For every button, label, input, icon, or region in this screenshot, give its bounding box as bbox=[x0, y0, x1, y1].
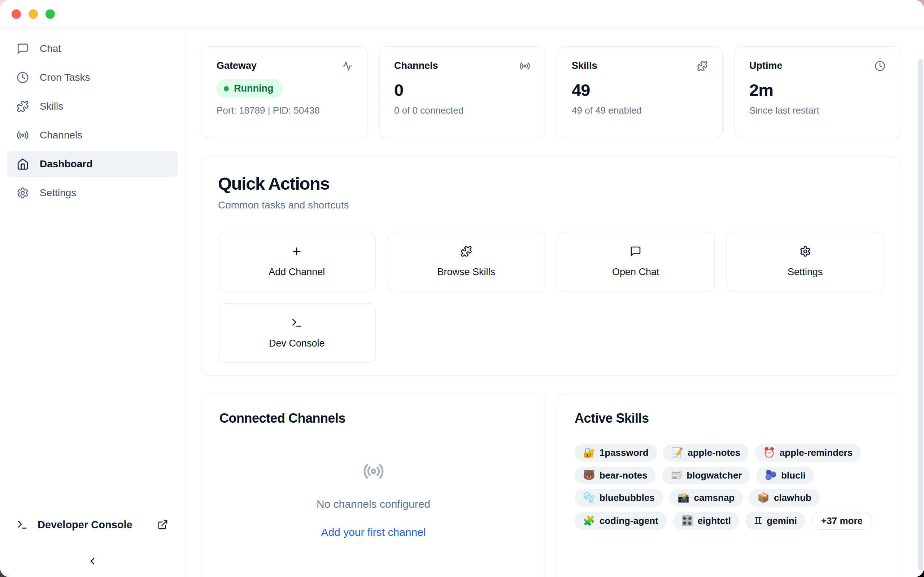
sidebar-item-label: Skills bbox=[40, 101, 63, 112]
skill-emoji-icon: 📸 bbox=[677, 493, 690, 503]
skill-name: bear-notes bbox=[599, 470, 648, 481]
chat-icon bbox=[630, 246, 641, 257]
collapse-sidebar-button[interactable] bbox=[84, 553, 100, 569]
skill-name: 1password bbox=[599, 448, 649, 458]
skill-name: bluebubbles bbox=[599, 493, 655, 503]
skill-chip-camsnap: 📸camsnap bbox=[669, 489, 743, 507]
skill-chip-eightctl: 🎛️eightctl bbox=[673, 512, 739, 530]
sidebar-item-settings[interactable]: Settings bbox=[7, 180, 178, 206]
quick-action-label: Add Channel bbox=[268, 266, 325, 278]
skill-name: blogwatcher bbox=[687, 470, 742, 481]
quick-actions-panel: Quick Actions Common tasks and shortcuts… bbox=[202, 156, 900, 376]
quick-action-add-channel[interactable]: Add Channel bbox=[218, 232, 376, 292]
sidebar-item-label: Cron Tasks bbox=[40, 72, 90, 83]
skill-emoji-icon: 🎛️ bbox=[681, 516, 693, 526]
sidebar-item-skills[interactable]: Skills bbox=[7, 93, 178, 119]
sidebar-collapse-row bbox=[0, 553, 185, 569]
skill-emoji-icon: 🐻 bbox=[583, 470, 595, 480]
developer-console-button[interactable]: Developer Console bbox=[0, 512, 185, 537]
active-skills-title: Active Skills bbox=[575, 411, 882, 426]
stat-title: Skills bbox=[572, 60, 597, 71]
external-link-icon bbox=[157, 519, 168, 530]
puzzle-icon bbox=[16, 100, 29, 113]
sidebar-item-cron-tasks[interactable]: Cron Tasks bbox=[7, 64, 178, 90]
connected-channels-card: Connected Channels No channels configure… bbox=[202, 394, 545, 577]
channels-empty-text: No channels configured bbox=[317, 498, 430, 510]
skill-name: blucli bbox=[781, 470, 806, 481]
skill-emoji-icon: 📝 bbox=[671, 448, 683, 458]
stat-detail: 0 of 0 connected bbox=[394, 105, 530, 116]
sidebar-item-chat[interactable]: Chat bbox=[7, 36, 178, 62]
gear-icon bbox=[16, 187, 29, 199]
skill-emoji-icon: ⏰ bbox=[763, 448, 775, 458]
minimize-button[interactable] bbox=[29, 10, 38, 19]
sidebar-item-label: Dashboard bbox=[40, 158, 92, 170]
skill-chip-gemini: ♊gemini bbox=[745, 512, 805, 530]
stat-card-gateway: Gateway Running Port: 18789 | PID: 50438 bbox=[202, 46, 367, 138]
skill-name: coding-agent bbox=[599, 516, 658, 526]
stat-card-skills: Skills 49 49 of 49 enabled bbox=[557, 46, 723, 138]
stat-title: Uptime bbox=[749, 60, 782, 71]
quick-action-dev-console[interactable]: Dev Console bbox=[218, 303, 376, 363]
skill-name: eightctl bbox=[698, 516, 731, 526]
app-window: ChatCron TasksSkillsChannelsDashboardSet… bbox=[0, 0, 924, 577]
titlebar bbox=[0, 0, 924, 29]
skills-more-button[interactable]: +37 more bbox=[811, 512, 872, 530]
skill-emoji-icon: 🧩 bbox=[583, 516, 595, 526]
skill-chip-apple-notes: 📝apple-notes bbox=[663, 444, 749, 462]
zoom-button[interactable] bbox=[45, 10, 55, 19]
stat-header: Gateway bbox=[216, 60, 353, 71]
skill-name: clawhub bbox=[774, 493, 811, 503]
skill-emoji-icon: ♊ bbox=[754, 516, 762, 526]
stat-header: Channels bbox=[394, 60, 530, 71]
bottom-row: Connected Channels No channels configure… bbox=[202, 394, 900, 577]
window-body: ChatCron TasksSkillsChannelsDashboardSet… bbox=[0, 29, 924, 577]
skill-name: camsnap bbox=[694, 493, 735, 503]
stat-header: Skills bbox=[572, 60, 708, 71]
chat-icon bbox=[16, 43, 29, 55]
radio-icon bbox=[363, 461, 384, 482]
skill-chip-blucli: 🫐blucli bbox=[756, 467, 814, 484]
sidebar-item-channels[interactable]: Channels bbox=[7, 122, 178, 148]
skill-chip-bear-notes: 🐻bear-notes bbox=[575, 467, 656, 484]
sidebar-item-label: Chat bbox=[40, 43, 61, 55]
chevron-left-icon bbox=[87, 556, 98, 567]
skill-emoji-icon: 📦 bbox=[757, 493, 769, 503]
skill-chip-1password: 🔐1password bbox=[575, 444, 657, 462]
stat-value: 49 bbox=[572, 80, 708, 100]
sidebar-item-label: Settings bbox=[40, 187, 76, 199]
stat-card-channels: Channels 0 0 of 0 connected bbox=[380, 46, 545, 138]
sidebar-nav: ChatCron TasksSkillsChannelsDashboardSet… bbox=[0, 29, 185, 209]
traffic-lights bbox=[11, 10, 55, 19]
terminal-icon bbox=[16, 519, 28, 530]
dashboard-main: Gateway Running Port: 18789 | PID: 50438… bbox=[185, 29, 924, 577]
radio-icon bbox=[519, 61, 530, 71]
add-first-channel-link[interactable]: Add your first channel bbox=[321, 526, 426, 538]
quick-action-settings[interactable]: Settings bbox=[727, 232, 884, 292]
quick-action-label: Settings bbox=[788, 266, 823, 278]
quick-actions-title: Quick Actions bbox=[218, 174, 884, 193]
channels-empty-state: No channels configured Add your first ch… bbox=[220, 426, 527, 538]
activity-icon bbox=[342, 61, 353, 71]
stat-card-uptime: Uptime 2m Since last restart bbox=[735, 46, 900, 138]
skill-emoji-icon: 🔐 bbox=[583, 448, 595, 458]
close-button[interactable] bbox=[11, 10, 21, 19]
puzzle-icon bbox=[697, 61, 708, 71]
quick-action-label: Dev Console bbox=[269, 338, 325, 349]
active-skills-card: Active Skills 🔐1password📝apple-notes⏰app… bbox=[557, 394, 900, 577]
scrollbar-thumb[interactable] bbox=[918, 59, 923, 570]
quick-actions-subtitle: Common tasks and shortcuts bbox=[218, 200, 884, 211]
radio-icon bbox=[16, 129, 29, 141]
puzzle-icon bbox=[460, 246, 472, 257]
quick-action-browse-skills[interactable]: Browse Skills bbox=[388, 232, 545, 292]
quick-action-open-chat[interactable]: Open Chat bbox=[557, 232, 715, 292]
sidebar-item-dashboard[interactable]: Dashboard bbox=[7, 151, 178, 177]
plus-icon bbox=[291, 246, 302, 257]
skill-chip-blogwatcher: 📰blogwatcher bbox=[662, 467, 750, 484]
gear-icon bbox=[800, 246, 811, 257]
quick-action-label: Open Chat bbox=[612, 266, 659, 278]
skill-name: apple-notes bbox=[688, 448, 740, 458]
stat-detail: Port: 18789 | PID: 50438 bbox=[216, 105, 353, 116]
skill-name: apple-reminders bbox=[780, 448, 853, 458]
skill-chip-bluebubbles: 🫧bluebubbles bbox=[575, 489, 663, 507]
